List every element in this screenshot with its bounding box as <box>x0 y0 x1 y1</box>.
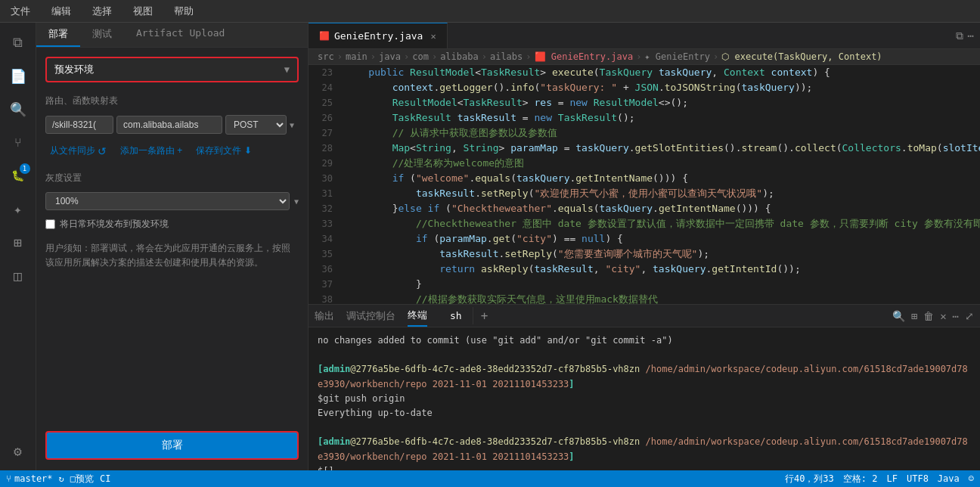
panel-actions: 🔍 ⊞ 🗑 ✕ ⋯ ⤢ <box>892 310 974 322</box>
panel-subtab-sh[interactable]: sh <box>439 307 473 324</box>
status-encoding[interactable]: UTF8 <box>907 473 929 484</box>
breadcrumb-java[interactable]: java <box>379 51 401 62</box>
terminal-search-icon[interactable]: 🔍 <box>892 310 905 322</box>
status-right: 行40，列33 空格: 2 LF UTF8 Java ☺ <box>785 473 974 485</box>
terminal-line: [admin@2776a5be-6dfb-4c7c-ade8-38edd2335… <box>318 362 971 391</box>
terminal-line: $[] <box>318 464 971 470</box>
split-editor-icon[interactable]: ⧉ <box>956 29 963 42</box>
explorer-icon[interactable]: ⧉ <box>5 29 32 56</box>
environment-selector[interactable]: 预发环境 ▼ <box>45 57 299 82</box>
terminal-line <box>318 420 971 435</box>
panel-add-tab-btn[interactable]: + <box>473 306 496 326</box>
env-label: 预发环境 <box>54 63 94 76</box>
tab-close-btn[interactable]: ✕ <box>430 31 436 42</box>
action-row: 从文件同步 ↺ 添加一条路由 + 保存到文件 ⬇ <box>45 142 299 160</box>
breadcrumb-file[interactable]: 🟥 GenieEntry.java <box>535 51 634 62</box>
terminal-trash-icon[interactable]: 🗑 <box>923 310 934 322</box>
status-branch[interactable]: ⑂ master* <box>6 473 53 484</box>
smoothness-chevron-icon: ▼ <box>294 197 299 206</box>
breadcrumb-method[interactable]: ⬡ execute(TaskQuery, Context) <box>721 51 882 62</box>
breadcrumb-com[interactable]: com <box>412 51 429 62</box>
editor-area: 🟥 GenieEntry.java ✕ ⧉ ⋯ src › main › jav… <box>309 23 980 470</box>
breadcrumb-ailabs[interactable]: ailabs <box>490 51 523 62</box>
panel-tab-debug[interactable]: 调试控制台 <box>346 306 395 326</box>
sync-from-file-btn[interactable]: 从文件同步 ↺ <box>45 142 111 160</box>
editor-tab-genieentry[interactable]: 🟥 GenieEntry.java ✕ <box>309 23 448 48</box>
files-icon[interactable]: 📄 <box>5 62 32 89</box>
terminal-close-icon[interactable]: ✕ <box>940 310 946 322</box>
debug-icon[interactable]: 🐛 1 <box>5 162 32 189</box>
status-preview[interactable]: □预览 <box>70 473 94 485</box>
terminal-line <box>318 348 971 362</box>
terminal-content: no changes added to commit (use "git add… <box>309 327 980 470</box>
sidebar-tabs: 部署 测试 Artifact Upload <box>36 23 308 48</box>
grid-icon[interactable]: ⊞ <box>5 228 32 256</box>
settings-icon[interactable]: ⚙ <box>5 437 32 464</box>
save-to-file-btn[interactable]: 保存到文件 ⬇ <box>191 142 256 160</box>
status-eol[interactable]: LF <box>887 473 898 484</box>
sidebar-content: 预发环境 ▼ → 路由、函数映射表 POST GET PUT DELETE ▼ <box>36 48 308 470</box>
breadcrumb-alibaba[interactable]: alibaba <box>440 51 479 62</box>
smoothness-title: 灰度设置 <box>45 172 299 185</box>
code-line: TaskResult taskResult = new TaskResult()… <box>345 110 980 126</box>
breadcrumb-class[interactable]: ✦ GenieEntry <box>644 51 710 62</box>
terminal-more-icon[interactable]: ⋯ <box>953 310 959 322</box>
breadcrumb-main[interactable]: main <box>346 51 368 62</box>
env-wrapper: 预发环境 ▼ → <box>45 57 299 82</box>
tab-deploy[interactable]: 部署 <box>36 23 80 47</box>
status-bar: ⑂ master* ↻ □预览 CI 行40，列33 空格: 2 LF UTF8… <box>0 470 980 487</box>
smoothness-row: 100% 50% 25% 10% ▼ <box>45 192 299 210</box>
code-line: //处理名称为welcome的意图 <box>345 156 980 171</box>
panel-tab-output[interactable]: 输出 <box>315 306 334 326</box>
panel-tab-terminal[interactable]: 终端 <box>408 306 427 327</box>
more-actions-icon[interactable]: ⋯ <box>968 29 974 42</box>
status-spaces[interactable]: 空格: 2 <box>843 473 878 485</box>
menu-item-view[interactable]: 视图 <box>129 3 157 20</box>
panel-bottom-tabs: 输出 调试控制台 终端 <box>315 306 427 327</box>
smoothness-select[interactable]: 100% 50% 25% 10% <box>45 192 290 210</box>
method-chevron-icon: ▼ <box>290 121 294 129</box>
status-face-icon[interactable]: ☺ <box>969 473 974 484</box>
breadcrumb: src › main › java › com › alibaba › aila… <box>309 49 980 65</box>
route-path-input[interactable] <box>45 116 113 134</box>
code-editor: 2324252627282930313233343536373839404142… <box>309 65 980 304</box>
code-line: taskResult.setReply("欢迎使用天气小蜜，使用小蜜可以查询天气… <box>345 186 980 201</box>
tab-bar: 🟥 GenieEntry.java ✕ ⧉ ⋯ <box>309 23 980 49</box>
status-sync[interactable]: ↻ <box>59 473 64 484</box>
route-section-title: 路由、函数映射表 <box>45 95 299 107</box>
code-line: context.getLogger().info("taskQuery: " +… <box>345 80 980 95</box>
code-line: taskResult.setReply("您需要查询哪个城市的天气呢"); <box>345 247 980 262</box>
terminal-maximize-icon[interactable]: ⤢ <box>965 310 974 322</box>
status-ci[interactable]: CI <box>100 473 110 484</box>
menu-item-select[interactable]: 选择 <box>88 3 116 20</box>
terminal-line: $git push origin <box>318 392 971 406</box>
add-route-btn[interactable]: 添加一条路由 + <box>116 142 187 160</box>
status-language[interactable]: Java <box>938 473 960 484</box>
terminal-line: no changes added to commit (use "git add… <box>318 333 971 348</box>
plugin-icon[interactable]: ✦ <box>5 195 32 222</box>
breadcrumb-src[interactable]: src <box>318 51 334 62</box>
code-line: if (paramMap.get("city") == null) { <box>345 231 980 247</box>
status-position[interactable]: 行40，列33 <box>785 473 834 485</box>
route-class-input[interactable] <box>116 116 222 134</box>
tab-test[interactable]: 测试 <box>80 23 124 47</box>
menu-bar: 文件 编辑 选择 视图 帮助 <box>0 0 980 23</box>
code-line: if ("welcome".equals(taskQuery.getIntent… <box>345 171 980 186</box>
terminal-copy-icon[interactable]: ⊞ <box>911 310 917 322</box>
code-line: } <box>345 277 980 292</box>
code-line: public ResultModel<TaskResult> execute(T… <box>345 65 980 80</box>
user-notice: 用户须知：部署调试，将会在为此应用开通的云服务上，按照该应用所属解决方案的描述去… <box>45 241 299 270</box>
tab-label: GenieEntry.java <box>334 30 423 42</box>
search-icon[interactable]: 🔍 <box>5 95 32 123</box>
terminal-line: [admin@2776a5be-6dfb-4c7c-ade8-38edd2335… <box>318 435 971 464</box>
git-icon[interactable]: ⑂ <box>5 129 32 156</box>
tab-artifact-upload[interactable]: Artifact Upload <box>124 23 237 47</box>
menu-item-edit[interactable]: 编辑 <box>47 3 76 20</box>
method-select[interactable]: POST GET PUT DELETE <box>225 115 287 135</box>
publish-checkbox[interactable] <box>45 219 55 229</box>
layers-icon[interactable]: ◫ <box>5 262 32 289</box>
code-content[interactable]: public ResultModel<TaskResult> execute(T… <box>339 65 980 304</box>
menu-item-file[interactable]: 文件 <box>6 3 35 20</box>
deploy-button[interactable]: 部署 <box>45 431 299 460</box>
menu-item-help[interactable]: 帮助 <box>169 3 198 20</box>
